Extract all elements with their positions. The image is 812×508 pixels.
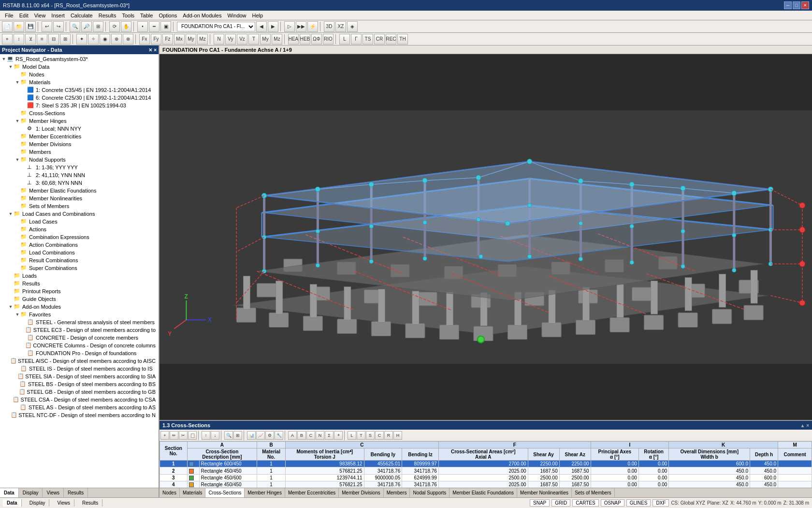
nav-close-btn[interactable]: ✕ × [148,47,157,53]
tree-item-cross_sections[interactable]: 📁Cross-Sections [1,109,158,117]
tb2-13[interactable]: Fy [151,34,161,45]
tree-item-combination_expressions[interactable]: 📁Combination Expressions [1,233,158,241]
tb2-2[interactable]: ↕ [14,34,24,45]
tb2-17[interactable]: Mz [197,34,208,45]
tree-item-hinge1[interactable]: ⚙1: Local; NNN NYY [1,125,158,133]
tb-next[interactable]: ▶ [268,21,278,32]
menu-insert[interactable]: Insert [48,12,68,19]
tb-member[interactable]: ━ [149,21,160,32]
tree-item-model_data[interactable]: ▼📁Model Data [1,63,158,71]
tree-item-steel_csa[interactable]: 📋STEEL CSA - Design of steel members acc… [1,396,158,403]
bt-btn-10[interactable]: 📈 [256,431,265,440]
statusbar-tab-views[interactable]: Views [53,499,74,507]
tree-item-sets_of_members[interactable]: 📁Sets of Members [1,202,158,210]
tb-zoom-in[interactable]: 🔍 [70,21,80,32]
tree-item-load_combinations[interactable]: 📁Load Combinations [1,249,158,256]
tb-save[interactable]: 💾 [25,21,36,32]
tree-item-addon_modules[interactable]: ▼📁Add-on Modules [1,303,158,311]
bt-btn-17[interactable]: Σ [325,431,334,440]
table-row-3[interactable]: 3Rectangle 450/60011239744.119000000.056… [160,474,812,481]
bt-btn-4[interactable]: 📋 [188,431,197,440]
nav-tree[interactable]: ▼💻RS_Roost_Gesamtsystem-03*▼📁Model Data … [0,54,159,488]
tb2-6[interactable]: ⊞ [60,34,71,45]
tb2-24[interactable]: HEA [288,34,299,45]
bt-btn-5[interactable]: ↑ [202,431,210,440]
tree-item-printout_reports[interactable]: 📁Printout Reports [1,287,158,295]
grid-indicator[interactable]: GRID [551,499,570,507]
bt-btn-21[interactable]: S [366,431,375,440]
tb2-4[interactable]: ≡ [37,34,47,45]
menu-view[interactable]: View [31,12,49,19]
tb-surface[interactable]: ▣ [160,21,171,32]
statusbar-tab-data[interactable]: Data [3,499,22,507]
tb2-33[interactable]: TH [397,34,408,45]
tb2-1[interactable]: ⌖ [2,34,13,45]
nav-tab-display[interactable]: Display [19,488,43,497]
bt-btn-14[interactable]: B [297,431,306,440]
tb2-28[interactable]: L [339,34,350,45]
tree-item-guide_objects[interactable]: 📁Guide Objects [1,295,158,303]
tree-item-steel_general[interactable]: 📋STEEL - General stress analysis of stee… [1,318,158,326]
tree-item-ns1[interactable]: ⊥1: 1-36; YYY YYY [1,164,158,171]
foundation-dropdown[interactable]: FOUNDATION Pro CA1 - Fl... [177,22,255,31]
section-tab-6[interactable]: Members [384,488,410,497]
tb-pan[interactable]: ✋ [121,21,131,32]
bt-btn-6[interactable]: ↓ [211,431,219,440]
bt-btn-7[interactable]: 🔍 [224,431,233,440]
tree-item-steel_sia[interactable]: 📋STEEL SIA - Design of steel members acc… [1,373,158,380]
tree-item-nodes[interactable]: 📁Nodes [1,71,158,78]
bt-btn-20[interactable]: T [357,431,365,440]
tb-zoom-out[interactable]: 🔎 [81,21,92,32]
tree-item-member_eccentricities[interactable]: 📁Member Eccentricities [1,133,158,140]
section-tab-7[interactable]: Nodal Supports [410,488,450,497]
tree-item-result_combinations[interactable]: 📁Result Combinations [1,256,158,264]
bt-btn-16[interactable]: N [316,431,324,440]
statusbar-tab-results[interactable]: Results [78,499,102,507]
tree-item-results[interactable]: 📁Results [1,280,158,287]
tb-undo[interactable]: ↩ [42,21,52,32]
bt-btn-24[interactable]: H [393,431,402,440]
tree-item-ns2[interactable]: ⊥2: 41,110; YNN NNN [1,171,158,179]
section-tab-4[interactable]: Member Eccentricities [285,488,339,497]
tree-item-steel_as[interactable]: 📋STEEL AS - Design of steel members acco… [1,403,158,411]
tree-item-steel_bs[interactable]: 📋STEEL BS - Design of steel members acco… [1,380,158,388]
tb2-23[interactable]: Mz [272,34,282,45]
tree-item-member_divisions[interactable]: 📁Member Divisions [1,140,158,148]
section-tab-8[interactable]: Member Elastic Foundations [450,488,517,497]
tree-item-mat1[interactable]: 🟦1: Concrete C35/45 | EN 1992-1-1:2004/A… [1,86,158,94]
section-tab-1[interactable]: Materials [180,488,206,497]
tree-item-steel_ntcdf[interactable]: 📋STEEL NTC-DF - Design of steel members … [1,411,158,419]
tb-rotate[interactable]: ⟳ [109,21,120,32]
tree-item-super_combinations[interactable]: 📁Super Combinations [1,264,158,272]
section-tab-0[interactable]: Nodes [160,488,180,497]
tb2-20[interactable]: Vz [237,34,247,45]
tree-item-ns3[interactable]: ⊥3: 60,68; NYN NNN [1,179,158,187]
tb-3d-view[interactable]: 3D [324,21,334,32]
tree-item-steel_gb[interactable]: 📋STEEL GB - Design of steel members acco… [1,388,158,396]
table-row-1[interactable]: 1Rectangle 600/4501983858.12455625.01809… [160,461,812,467]
tb2-29[interactable]: Γ [351,34,362,45]
bt-btn-19[interactable]: L [348,431,356,440]
tb-prev[interactable]: ◀ [256,21,267,32]
tree-item-load_cases[interactable]: ▼📁Load Cases and Combinations [1,210,158,218]
tb-redo[interactable]: ↪ [53,21,64,32]
table-row-4[interactable]: 4Rectangle 450/4501576821.25341718.76341… [160,481,812,488]
tree-item-members[interactable]: 📁Members [1,148,158,156]
tree-item-favorites[interactable]: ▼📁Favorites [1,311,158,318]
section-tab-9[interactable]: Member Nonlinearities [517,488,572,497]
close-button[interactable]: ✕ [801,1,809,9]
menu-addon[interactable]: Add-on Modules [180,12,224,19]
nav-tab-views[interactable]: Views [43,488,64,497]
bt-btn-2[interactable]: ✏ [170,431,178,440]
bt-btn-1[interactable]: + [160,431,169,440]
statusbar-tab-display[interactable]: Display [26,499,50,507]
tree-item-member_hinges[interactable]: ▼📁Member Hinges [1,117,158,125]
tb2-16[interactable]: My [186,34,196,45]
section-tab-10[interactable]: Sets of Members [572,488,615,497]
tree-item-load_cases_sub[interactable]: 📁Load Cases [1,218,158,225]
menu-help[interactable]: Help [249,12,266,19]
viewport[interactable]: FOUNDATION Pro CA1 - Fundamente Achse A … [160,45,812,420]
tree-item-foundation_pro[interactable]: 📋FOUNDATION Pro - Design of foundations [1,349,158,357]
menu-calculate[interactable]: Calculate [68,12,96,19]
bt-btn-15[interactable]: C [306,431,315,440]
